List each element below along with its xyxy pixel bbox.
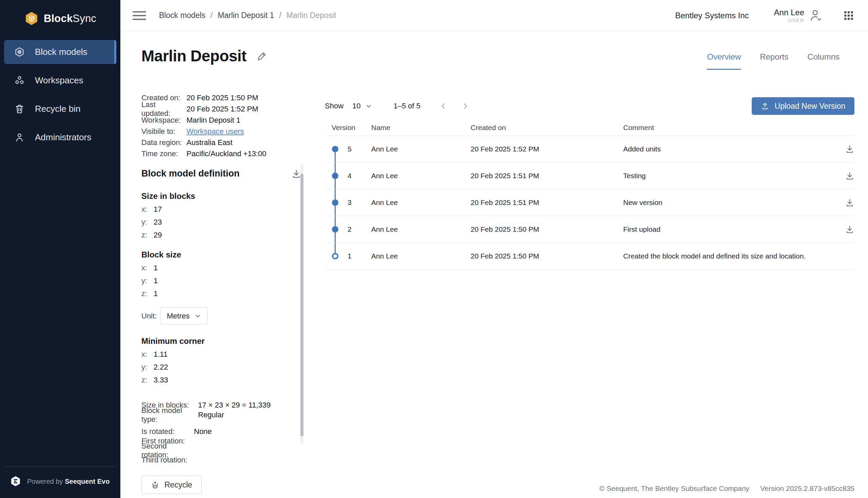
block-x-value: 1 [154,264,158,272]
version-created-on: 20 Feb 2025 1:51 PM [471,198,623,207]
topbar: Block models / Marlin Deposit 1 / Marlin… [120,0,868,31]
detail-row: Data region: Australia East [141,137,302,148]
download-icon[interactable] [845,198,854,207]
column-header-comment: Comment [623,124,835,132]
version-number: 5 [341,145,371,153]
upload-button-label: Upload New Version [775,102,845,111]
version-row: 4 Ann Lee 20 Feb 2025 1:51 PM Testing [325,162,854,189]
trash-icon [151,481,159,489]
sidebar-item-administrators[interactable]: Administrators [4,125,116,149]
administrators-icon [14,132,25,143]
timeline-cell [325,243,341,269]
corner-y-row: y:2.22 [141,363,302,372]
page-title: Marlin Deposit [141,47,246,65]
version-created-on: 20 Feb 2025 1:52 PM [471,145,623,153]
page-footer: © Seequent, The Bentley Subsurface Compa… [599,484,854,493]
version-row: 3 Ann Lee 20 Feb 2025 1:51 PM New versio… [325,189,854,216]
size-y-value: 23 [154,218,162,227]
visible-to-label: Visibile to: [141,127,187,136]
data-region-label: Data region: [141,138,187,147]
block-size-heading: Block size [141,250,302,260]
size-z-row: z:29 [141,231,302,239]
show-label: Show [325,102,344,110]
breadcrumb-marlin-deposit-1[interactable]: Marlin Deposit 1 [218,11,274,20]
details-scrollbar-thumb[interactable] [301,174,304,436]
version-created-on: 20 Feb 2025 1:51 PM [471,172,623,180]
last-updated-value: 20 Feb 2025 1:52 PM [187,105,258,114]
version-created-on: 20 Feb 2025 1:50 PM [471,225,623,233]
breadcrumb-block-models[interactable]: Block models [159,11,205,20]
size-formula-value: 17 × 23 × 29 = 11,339 [198,401,271,409]
apps-grid-icon[interactable] [843,10,854,21]
version-author: Ann Lee [371,225,471,233]
block-z-value: 1 [154,289,158,298]
chevron-down-icon [195,313,201,319]
sidebar-item-workspaces[interactable]: Workspaces [4,68,116,92]
minimum-corner-heading: Minimum corner [141,337,302,346]
hamburger-menu-icon[interactable] [132,11,146,20]
version-author: Ann Lee [371,172,471,180]
timeline-dot [332,146,339,153]
version-number: 1 [341,252,371,260]
sidebar-item-label: Block models [35,47,88,57]
rotation-row: Is rotated: None [141,427,302,436]
sidebar-item-block-models[interactable]: Block models [4,40,116,64]
corner-x-row: x:1.11 [141,350,302,359]
download-icon[interactable] [845,171,854,181]
corner-z-value: 3.33 [154,376,168,384]
workspaces-icon [14,75,25,86]
timeline-dot [332,226,339,233]
detail-row: Visibile to: Workspace users [141,126,302,137]
page-size-dropdown[interactable]: 10 [352,102,372,110]
versions-panel: Show 10 1–5 of 5 [325,97,854,270]
time-zone-value: Pacific/Auckland +13:00 [187,149,266,158]
unit-value: Metres [167,312,190,320]
upload-new-version-button[interactable]: Upload New Version [752,97,854,115]
version-author: Ann Lee [371,252,471,260]
size-in-blocks-heading: Size in blocks [141,192,302,201]
pagination-range: 1–5 of 5 [394,102,421,110]
breadcrumb-current: Marlin Deposit [286,11,336,20]
version-author: Ann Lee [371,145,471,153]
block-y-row: y:1 [141,276,302,285]
corner-z-row: z:3.33 [141,375,302,384]
sidebar-item-label: Recycle bin [35,104,80,114]
chevron-left-icon[interactable] [439,102,448,110]
block-models-icon [14,47,25,57]
user-chevron-icon[interactable] [808,8,823,23]
unit-label: Unit: [141,312,160,320]
detail-row: Workspace: Marlin Deposit 1 [141,115,302,126]
size-z-value: 29 [154,231,162,239]
versions-table: Version Name Created on Comment 5 Ann Le… [325,120,854,270]
size-y-row: y:23 [141,218,302,227]
rotation-row: Third rotation: [141,455,302,465]
user-menu[interactable]: Ann Lee USER [774,8,804,23]
tab-overview[interactable]: Overview [707,52,741,70]
sidebar-footer: Powered by Seequent Evo [0,467,120,498]
download-icon[interactable] [845,144,854,154]
workspace-users-link[interactable]: Workspace users [187,127,244,136]
chevron-right-icon[interactable] [461,102,469,110]
sidebar-item-recycle-bin[interactable]: Recycle bin [4,97,116,121]
sidebar-nav: Block models Workspaces Rec [0,40,120,149]
block-z-row: z:1 [141,289,302,298]
corner-y-value: 2.22 [154,363,168,372]
detail-row: Time zone: Pacific/Auckland +13:00 [141,148,302,159]
block-model-type-label: Block model type: [141,406,198,424]
tab-reports[interactable]: Reports [760,52,788,70]
size-x-value: 17 [154,205,162,214]
unit-dropdown[interactable]: Metres [160,307,207,325]
copyright-text: © Seequent, The Bentley Subsurface Compa… [599,484,749,493]
column-header-version: Version [325,124,371,132]
data-region-value: Australia East [187,138,233,147]
powered-by-text: Powered by Seequent Evo [27,478,110,485]
timeline-cell [325,162,341,189]
tab-columns[interactable]: Columns [807,52,840,70]
download-definition-icon[interactable] [291,169,302,179]
recycle-button[interactable]: Recycle [141,476,202,494]
breadcrumb-separator: / [279,11,281,20]
timeline-dot [332,199,339,206]
download-icon[interactable] [845,225,854,234]
block-y-value: 1 [154,276,158,285]
pencil-edit-icon[interactable] [257,51,268,61]
